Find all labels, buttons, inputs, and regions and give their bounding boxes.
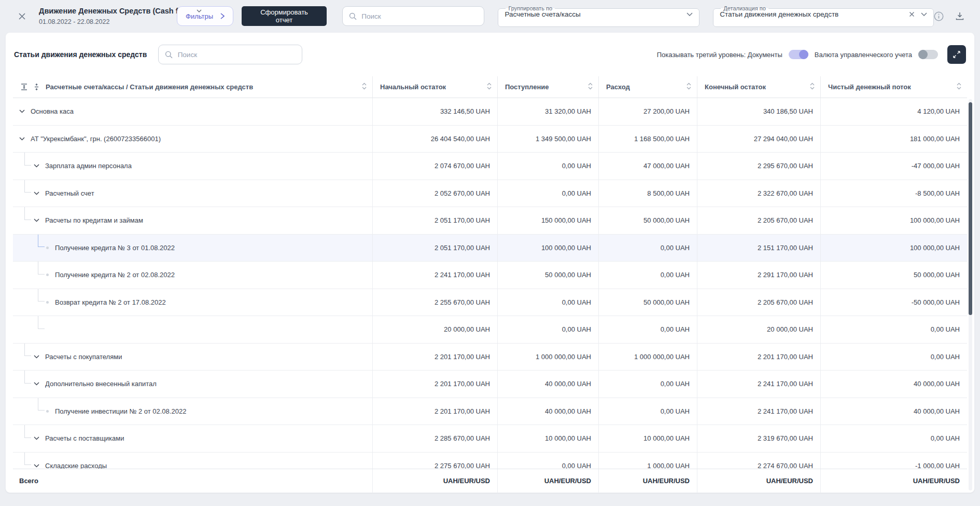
sort-chevrons-icon[interactable]: [486, 83, 492, 91]
info-icon[interactable]: [934, 11, 944, 21]
chevron-down-icon[interactable]: [19, 110, 25, 113]
tree-connector: [38, 262, 45, 275]
search-input[interactable]: [361, 12, 478, 20]
filters-button[interactable]: Фильтры: [177, 6, 233, 26]
close-icon[interactable]: [15, 8, 30, 24]
table-row[interactable]: Расчеты с поставщиками2 285 670,00 UAH10…: [13, 425, 967, 453]
collapse-rows-icon[interactable]: [20, 83, 28, 91]
column-header[interactable]: Начальный остаток: [380, 83, 446, 91]
table-row[interactable]: Основна каса332 146,50 UAH31 320,00 UAH2…: [13, 98, 967, 126]
row-label: Возврат кредита № 2 от 17.08.2022: [55, 298, 166, 306]
column-header[interactable]: Конечный остаток: [705, 83, 766, 91]
value-cell: 2 151 170,00 UAH: [697, 235, 820, 262]
footer-value: UAH/EUR/USD: [598, 469, 697, 493]
chevron-down-icon[interactable]: [34, 436, 39, 440]
column-header[interactable]: Расход: [606, 83, 630, 91]
table-row[interactable]: Дополнительно внесенный капитал2 201 170…: [13, 371, 967, 398]
table-row[interactable]: Расчеты с покупателями2 201 170,00 UAH1 …: [13, 344, 967, 371]
footer-value: UAH/EUR/USD: [497, 469, 598, 493]
chevron-down-icon[interactable]: [34, 464, 39, 468]
table-row[interactable]: Возврат кредита № 2 от 17.08.20222 255 6…: [13, 289, 967, 317]
table-row[interactable]: Получение кредита № 2 от 02.08.20222 241…: [13, 262, 967, 289]
row-label: Расчеты с поставщиками: [45, 434, 124, 442]
download-icon[interactable]: [955, 11, 964, 21]
fullscreen-expand-icon[interactable]: [947, 45, 966, 64]
value-cell: -50 000,00 UAH: [820, 289, 967, 316]
value-cell: -8 500,00 UAH: [820, 180, 967, 207]
group-by-select[interactable]: Группировать по Расчетные счета/кассы: [498, 5, 699, 27]
column-header[interactable]: Чистый денежный поток: [828, 83, 911, 91]
value-cell: 40 000,00 UAH: [497, 371, 598, 398]
row-label-cell: Расчеты с покупателями: [13, 344, 372, 371]
value-cell: 20 000,00 UAH: [372, 316, 497, 343]
row-label: Получение кредита № 3 от 01.08.2022: [55, 244, 175, 252]
row-label-cell: АТ "Укрексімбанк", грн. (26007233566001): [13, 126, 372, 153]
value-cell: 1 000 000,00 UAH: [598, 344, 697, 371]
chevron-down-icon[interactable]: [19, 137, 25, 141]
table-row[interactable]: Получение кредита № 3 от 01.08.20222 051…: [13, 235, 967, 262]
table-footer-row: Всего UAH/EUR/USD UAH/EUR/USD UAH/EUR/US…: [13, 469, 967, 493]
scrollbar-thumb[interactable]: [969, 102, 972, 315]
footer-value: UAH/EUR/USD: [820, 469, 967, 493]
row-label: Получение инвестиции № 2 от 02.08.2022: [55, 407, 186, 415]
value-cell: 0,00 UAH: [598, 316, 697, 343]
page-title: Движение Денежных Средств (Cash flow): [39, 7, 193, 15]
table-row[interactable]: Расчеты по кредитам и займам2 051 170,00…: [13, 207, 967, 235]
value-cell: 150 000,00 UAH: [497, 207, 598, 234]
management-currency-toggle[interactable]: [918, 50, 938, 59]
value-cell: 1 349 500,00 UAH: [497, 126, 598, 153]
tree-connector: [38, 289, 45, 302]
table-row[interactable]: Зарплата админ персонала2 074 670,00 UAH…: [13, 153, 967, 180]
value-cell: 27 200,00 UAH: [598, 98, 697, 125]
sort-chevrons-icon[interactable]: [587, 83, 593, 91]
vertical-scrollbar[interactable]: [969, 99, 972, 490]
table-search-input[interactable]: [178, 51, 296, 59]
value-cell: 2 052 670,00 UAH: [372, 180, 497, 207]
value-cell: 2 255 670,00 UAH: [372, 289, 497, 316]
column-header[interactable]: Поступление: [505, 83, 549, 91]
table-row[interactable]: АТ "Укрексімбанк", грн. (26007233566001)…: [13, 126, 967, 153]
table-row[interactable]: Получение инвестиции № 2 от 02.08.20222 …: [13, 398, 967, 426]
value-cell: 50 000,00 UAH: [820, 262, 967, 289]
sort-chevrons-icon[interactable]: [686, 83, 692, 91]
detail-by-select[interactable]: Детализация по Статьи движения денежных …: [713, 5, 934, 27]
table-search[interactable]: [158, 45, 302, 64]
value-cell: 1 000 000,00 UAH: [497, 344, 598, 371]
value-cell: 2 201 170,00 UAH: [372, 398, 497, 425]
generate-report-button[interactable]: Сформировать отчет: [242, 6, 327, 26]
global-search[interactable]: [342, 6, 484, 26]
table-row[interactable]: Расчетный счет2 052 670,00 UAH0,00 UAH8 …: [13, 180, 967, 208]
value-cell: 20 000,00 UAH: [697, 316, 820, 343]
value-cell: 10 000,00 UAH: [598, 425, 697, 452]
expand-rows-icon[interactable]: [33, 83, 40, 91]
sort-chevrons-icon[interactable]: [809, 83, 815, 91]
chevron-down-icon[interactable]: [197, 7, 202, 13]
column-header[interactable]: Расчетные счета/кассы / Статьи движения …: [46, 83, 253, 91]
report-title-block[interactable]: Движение Денежных Средств (Cash flow) 01…: [39, 7, 170, 25]
third-level-toggle-label: Показывать третий уровень: Документы: [657, 51, 782, 59]
chevron-down-icon[interactable]: [921, 12, 927, 16]
clear-x-icon[interactable]: [909, 11, 915, 17]
chevron-down-icon[interactable]: [687, 12, 693, 16]
chevron-down-icon[interactable]: [34, 192, 39, 195]
value-cell: 50 000,00 UAH: [497, 262, 598, 289]
sort-chevrons-icon[interactable]: [361, 83, 367, 91]
value-cell: 2 322 670,00 UAH: [697, 180, 820, 207]
value-cell: 40 000,00 UAH: [820, 371, 967, 398]
chevron-down-icon[interactable]: [34, 218, 39, 222]
chevron-down-icon[interactable]: [34, 382, 39, 386]
chevron-down-icon[interactable]: [34, 164, 39, 168]
management-currency-toggle-label: Валюта управленческого учета: [815, 51, 912, 59]
value-cell: -47 000,00 UAH: [820, 153, 967, 180]
top-toolbar: Движение Денежных Средств (Cash flow) 01…: [0, 0, 980, 32]
tree-connector: [24, 425, 31, 438]
tree-connector: [38, 398, 45, 411]
date-range: 01.08.2022 - 22.08.2022: [39, 18, 170, 25]
value-cell: 2 241 170,00 UAH: [372, 262, 497, 289]
tree-connector: [24, 180, 31, 193]
third-level-toggle[interactable]: [789, 50, 808, 59]
chevron-down-icon[interactable]: [34, 355, 39, 359]
sort-chevrons-icon[interactable]: [956, 83, 962, 91]
value-cell: 2 205 670,00 UAH: [697, 207, 820, 234]
table-row[interactable]: 20 000,00 UAH0,00 UAH0,00 UAH20 000,00 U…: [13, 316, 967, 344]
